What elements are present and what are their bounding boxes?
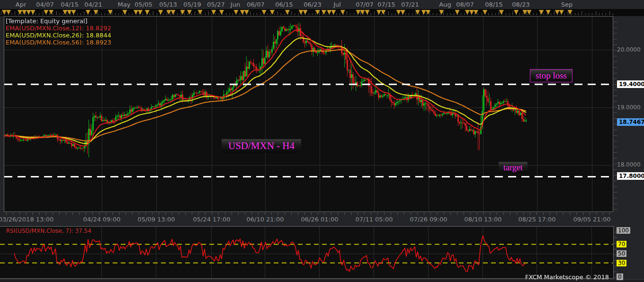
- time-axis-label: 07/11 05:00: [355, 216, 393, 223]
- event-markers-strip[interactable]: [0, 9, 644, 16]
- level-price-badge: 17.80000: [617, 172, 644, 180]
- time-axis-label: 08/07: [456, 1, 474, 8]
- ema56-label: EMA(USD/MXN.Close,56): 18.8923: [6, 39, 111, 46]
- time-axis-label: 04/21: [84, 1, 102, 8]
- time-axis-label: 04/07: [36, 1, 54, 8]
- indicator-legend: [Template: Equity general] EMA(USD/MXN.C…: [6, 18, 111, 46]
- time-axis-label: 04/15: [61, 1, 78, 8]
- time-axis-label: 07/15: [377, 1, 395, 8]
- time-axis-label: 05/13: [159, 1, 177, 8]
- time-axis-label: 03/26/2018 13:00: [0, 216, 54, 223]
- time-axis-label: 09/05 21:00: [573, 216, 610, 223]
- rsi-tick-label: 50: [617, 250, 626, 257]
- rsi-tick-label: 100: [617, 227, 630, 234]
- time-axis-label: 08/10 13:00: [464, 216, 501, 223]
- last-price-badge: 18.74670: [617, 118, 644, 126]
- time-axis-label: 06/26 01:00: [301, 216, 338, 223]
- time-axis-label: 08/15: [485, 1, 502, 8]
- bottom-time-axis: 03/26/2018 13:0004/24 09:0005/09 13:0005…: [0, 212, 644, 226]
- ema26-label: EMA(USD/MXN.Close,26): 18.8844: [6, 32, 111, 39]
- price-axis-ticks: [614, 17, 617, 212]
- rsi-pane[interactable]: RSI(USD/MXN.Close, 7): 37.54: [0, 226, 614, 279]
- time-axis-label: 07/26 09:00: [410, 216, 447, 223]
- rsi-canvas: [0, 227, 613, 278]
- time-axis-label: Jun: [231, 1, 240, 8]
- time-axis-label: 07/07: [356, 1, 373, 8]
- time-axis-label: 06/07: [247, 1, 264, 8]
- ema12-label: EMA(USD/MXN.Close,12): 18.8292: [6, 25, 111, 32]
- time-axis-label: 06/10 21:00: [246, 216, 284, 223]
- time-axis-label: Jul: [333, 1, 341, 8]
- time-axis-label: Sep: [561, 1, 573, 8]
- rsi-tick-label: 0: [617, 273, 623, 280]
- stop-loss-annotation[interactable]: stop loss: [530, 69, 572, 82]
- time-axis-label: 08/23: [512, 1, 529, 8]
- time-axis-label: Apr: [16, 1, 27, 8]
- symbol-annotation[interactable]: USD/MXN - H4: [222, 139, 301, 153]
- price-tick-label: 20.0000: [617, 46, 641, 53]
- rsi-tick-label: 30: [617, 260, 626, 266]
- target-annotation[interactable]: target: [499, 162, 528, 174]
- brand-watermark: FXCM Marketscope © 2018: [525, 273, 609, 281]
- time-axis-label: 05/19: [183, 1, 201, 8]
- rsi-indicator-label: RSI(USD/MXN.Close, 7): 37.54: [6, 228, 91, 234]
- time-axis-label: 04/24 09:00: [83, 216, 120, 223]
- time-axis-label: 05/24 17:00: [193, 216, 230, 223]
- time-axis-label: 06/23: [304, 1, 321, 8]
- rsi-tick-label: 70: [617, 241, 626, 247]
- time-axis-label: 05/09 13:00: [137, 216, 175, 223]
- level-price-badge: 19.40000: [617, 80, 644, 88]
- time-axis-label: 06/15: [275, 1, 293, 8]
- time-axis-label: 07/21: [401, 1, 419, 8]
- price-tick-label: 18.0000: [617, 161, 641, 168]
- time-axis-label: Aug: [439, 1, 451, 8]
- time-axis-label: 05/27: [207, 1, 224, 8]
- time-axis-label: 05/05: [134, 1, 152, 8]
- top-time-axis: Apr04/0704/1504/21May05/0505/1305/1905/2…: [0, 0, 644, 9]
- time-axis-label: 08/25 17:00: [518, 216, 555, 223]
- bottom-axis-ticks: [0, 212, 614, 215]
- template-label: [Template: Equity general]: [6, 18, 111, 25]
- time-axis-label: May: [118, 1, 131, 8]
- price-tick-label: 19.0000: [617, 104, 641, 111]
- chart-window: Apr04/0704/1504/21May05/0505/1305/1905/2…: [0, 0, 644, 282]
